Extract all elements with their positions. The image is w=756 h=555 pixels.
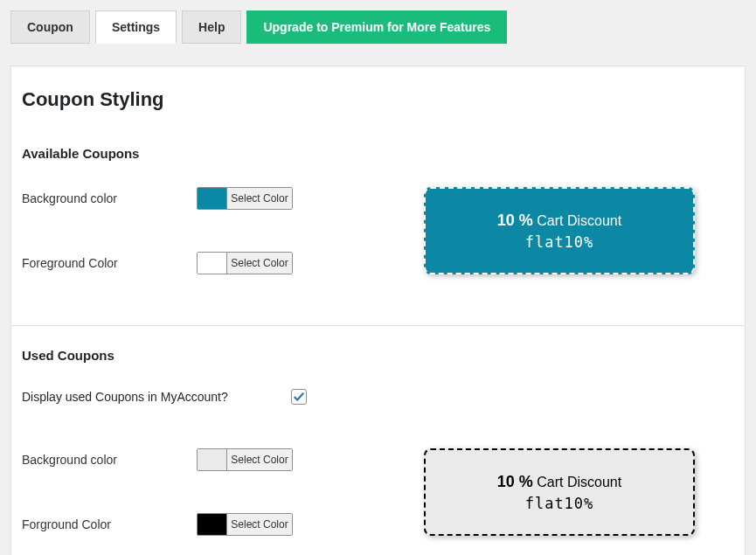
- avail-fg-label: Foreground Color: [22, 252, 197, 270]
- used-coupon-preview: 10 % Cart Discount flat10%: [424, 448, 695, 536]
- display-used-label: Display used Coupons in MyAccount?: [22, 390, 291, 404]
- used-fg-swatch[interactable]: [198, 514, 227, 535]
- avail-preview-text: Cart Discount: [537, 213, 621, 228]
- avail-bg-label: Background color: [22, 187, 197, 205]
- available-coupons-title: Available Coupons: [22, 146, 727, 161]
- checkmark-icon: [293, 391, 305, 403]
- used-bg-colorpicker[interactable]: Select Color: [197, 448, 293, 471]
- avail-fg-swatch[interactable]: [198, 253, 227, 274]
- used-fg-select-button[interactable]: Select Color: [227, 514, 292, 535]
- used-bg-swatch[interactable]: [198, 449, 227, 470]
- settings-panel: Coupon Styling Available Coupons Backgro…: [10, 66, 746, 555]
- avail-bg-select-button[interactable]: Select Color: [227, 188, 292, 209]
- used-coupons-title: Used Coupons: [22, 348, 727, 363]
- avail-coupon-preview: 10 % Cart Discount flat10%: [424, 187, 695, 274]
- tab-settings[interactable]: Settings: [95, 10, 177, 44]
- page-title: Coupon Styling: [22, 88, 727, 111]
- tab-help[interactable]: Help: [182, 10, 241, 44]
- used-preview-line1: 10 % Cart Discount: [497, 473, 621, 491]
- used-bg-label: Background color: [22, 448, 197, 467]
- used-preview-code: flat10%: [525, 495, 594, 512]
- tab-premium[interactable]: Upgrade to Premium for More Features: [246, 10, 507, 44]
- used-bg-select-button[interactable]: Select Color: [227, 449, 292, 470]
- used-preview-text: Cart Discount: [537, 475, 621, 489]
- avail-fg-colorpicker[interactable]: Select Color: [197, 252, 293, 274]
- used-preview-discount: 10 %: [497, 473, 533, 490]
- tab-coupon[interactable]: Coupon: [10, 10, 90, 44]
- avail-bg-colorpicker[interactable]: Select Color: [197, 187, 293, 210]
- avail-preview-code: flat10%: [525, 233, 594, 251]
- section-divider: [11, 325, 745, 326]
- display-used-checkbox[interactable]: [291, 389, 307, 405]
- avail-fg-select-button[interactable]: Select Color: [227, 253, 292, 274]
- avail-preview-line1: 10 % Cart Discount: [497, 212, 621, 230]
- tab-bar: Coupon Settings Help Upgrade to Premium …: [10, 10, 746, 44]
- used-fg-colorpicker[interactable]: Select Color: [197, 513, 293, 536]
- avail-preview-discount: 10 %: [497, 212, 533, 229]
- avail-bg-swatch[interactable]: [198, 188, 227, 209]
- used-fg-label: Forground Color: [22, 513, 197, 531]
